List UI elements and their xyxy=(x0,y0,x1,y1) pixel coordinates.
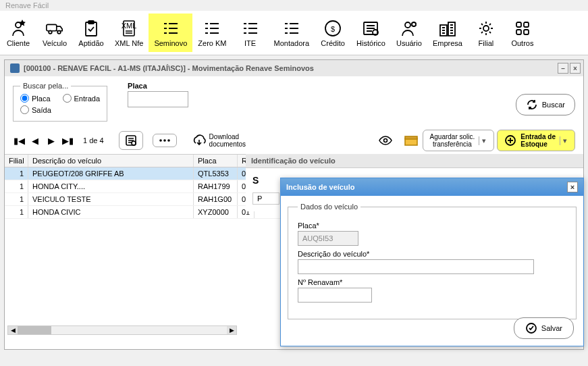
toolbar-xmlnfe[interactable]: XML XML Nfe xyxy=(109,14,149,52)
list-icon xyxy=(161,19,180,38)
toolbar-historico[interactable]: Histórico xyxy=(351,14,391,52)
toolbar-cliente[interactable]: Cliente xyxy=(0,14,36,52)
scroll-thumb[interactable] xyxy=(18,326,51,334)
placa-input[interactable] xyxy=(128,91,188,107)
app-title: Renave Fácil xyxy=(0,0,588,11)
close-button[interactable]: × xyxy=(570,63,581,74)
chevron-down-icon[interactable]: ▾ xyxy=(560,136,568,145)
list-icon xyxy=(282,19,301,38)
radio-saida[interactable]: Saída xyxy=(20,105,100,114)
modal-close-button[interactable]: × xyxy=(567,182,578,192)
svg-point-26 xyxy=(383,139,387,142)
buscar-pela-fieldset: Buscar pela... Placa Entrada Saída xyxy=(13,82,107,122)
modal-renavam-input[interactable] xyxy=(298,288,372,303)
toolbar-label: XML Nfe xyxy=(115,39,143,47)
chevron-down-icon[interactable]: ▾ xyxy=(479,136,487,145)
col-placa-header[interactable]: Placa xyxy=(194,155,238,167)
toolbar-ite[interactable]: ITE xyxy=(232,14,269,52)
pager-last[interactable]: ▶▮ xyxy=(61,134,74,147)
aguardar-label: Aguardar solic. transferência xyxy=(430,133,475,148)
salvar-button[interactable]: Salvar xyxy=(514,317,574,339)
cell-filial: 1 xyxy=(5,180,28,192)
view-button[interactable] xyxy=(377,134,394,147)
user-gear-icon xyxy=(400,19,419,38)
cell-placa: RAH1G00 xyxy=(194,193,238,205)
pager-next[interactable]: ▶ xyxy=(45,134,57,147)
svg-point-3 xyxy=(57,30,61,34)
toolbar-outros[interactable]: Outros xyxy=(504,14,541,52)
minimize-button[interactable]: – xyxy=(558,63,568,74)
buscar-label: Buscar xyxy=(542,101,565,109)
modal-titlebar: Inclusão de veículo × xyxy=(281,178,583,196)
svg-rect-15 xyxy=(448,22,455,36)
toolbar-credito[interactable]: $ Crédito xyxy=(315,14,351,52)
svg-text:$: $ xyxy=(331,25,335,33)
toolbar-label: Filial xyxy=(479,39,494,47)
pager-first[interactable]: ▮◀ xyxy=(13,134,25,147)
cell-desc: PEUGEOT/208 GRIFFE AB xyxy=(28,167,194,180)
svg-point-2 xyxy=(49,30,52,34)
toolbar-aptidao[interactable]: Aptidão xyxy=(73,14,109,52)
entrada-label: Entrada de Estoque xyxy=(520,133,556,148)
window-title-text: [000100 - RENAVE FACIL - A1-MS (ITAJAÍ\S… xyxy=(24,64,314,72)
download-docs-button[interactable]: Download documentos xyxy=(186,130,251,151)
col-desc-header[interactable]: Descrição do veículo xyxy=(28,155,194,167)
dots-icon xyxy=(159,137,171,144)
scroll-left-icon[interactable]: ◀ xyxy=(8,326,18,334)
radio-placa[interactable]: Placa xyxy=(20,94,51,103)
cell-placa: RAH1799 xyxy=(194,180,238,192)
col-filial-header[interactable]: Filial xyxy=(5,155,28,167)
modal-desc-input[interactable] xyxy=(298,259,534,274)
aguardar-button[interactable]: Aguardar solic. transferência ▾ xyxy=(423,130,495,151)
more-options-button[interactable] xyxy=(153,134,177,147)
truck-icon xyxy=(45,19,64,38)
pager-prev[interactable]: ◀ xyxy=(29,134,41,147)
download-label: Download documentos xyxy=(209,133,246,148)
toolbar-empresa[interactable]: Empresa xyxy=(427,14,468,52)
plus-circle-icon xyxy=(504,134,516,147)
toolbar-montadora[interactable]: Montadora xyxy=(269,14,315,52)
radio-entrada-input[interactable] xyxy=(63,94,72,103)
horizontal-scrollbar[interactable]: ◀ ▶ xyxy=(7,325,237,335)
modal-placa-input xyxy=(298,231,358,246)
modal-renavam-label: Nº Renavam* xyxy=(298,278,566,286)
entrada-estoque-button[interactable]: Entrada de Estoque ▾ xyxy=(497,130,575,151)
gear-icon xyxy=(477,19,496,38)
radio-saida-input[interactable] xyxy=(20,105,29,114)
toolbar-filial[interactable]: Filial xyxy=(468,14,504,52)
svg-point-23 xyxy=(159,139,162,142)
toolbar-label: Usuário xyxy=(396,39,422,47)
search-area: Buscar pela... Placa Entrada Saída Placa… xyxy=(5,76,583,127)
cloud-download-icon xyxy=(192,134,207,147)
ident-panel-title: Identificação do veículo xyxy=(246,154,583,168)
cell-desc: VEICULO TESTE xyxy=(28,193,194,205)
scroll-right-icon[interactable]: ▶ xyxy=(227,326,236,334)
details-button[interactable] xyxy=(119,131,143,150)
toolbar-usuario[interactable]: Usuário xyxy=(391,14,427,52)
pager-row: ▮◀ ◀ ▶ ▶▮ 1 de 4 Download documentos Agu… xyxy=(5,127,583,154)
radio-placa-input[interactable] xyxy=(20,94,29,103)
buscar-button[interactable]: Buscar xyxy=(516,94,575,115)
svg-rect-1 xyxy=(47,24,57,30)
toolbar-seminovo[interactable]: Seminovo xyxy=(149,14,192,52)
list-icon xyxy=(203,19,221,38)
main-toolbar: Cliente Veículo Aptidão XML XML Nfe Semi… xyxy=(0,11,588,55)
svg-rect-28 xyxy=(405,136,417,139)
archive-button[interactable] xyxy=(402,133,420,148)
toolbar-veiculo[interactable]: Veículo xyxy=(36,14,73,52)
svg-rect-20 xyxy=(524,30,529,34)
refresh-icon xyxy=(526,99,538,111)
dados-veiculo-fieldset: Dados do veículo Placa* Descrição do veí… xyxy=(288,203,577,319)
toolbar-label: Cliente xyxy=(7,39,30,47)
modal-placa-label: Placa* xyxy=(298,221,566,230)
modal-desc-label: Descrição do veículo* xyxy=(298,250,566,258)
radio-entrada[interactable]: Entrada xyxy=(63,94,101,103)
pager-text: 1 de 4 xyxy=(83,136,104,145)
toolbar-label: Veículo xyxy=(43,39,67,47)
toolbar-label: Montadora xyxy=(274,39,310,47)
toolbar-label: Outros xyxy=(511,39,533,47)
eye-icon xyxy=(378,135,393,146)
toolbar-label: Empresa xyxy=(433,39,462,47)
toolbar-zerokm[interactable]: Zero KM xyxy=(192,14,232,52)
ident-field[interactable]: P xyxy=(252,192,279,205)
